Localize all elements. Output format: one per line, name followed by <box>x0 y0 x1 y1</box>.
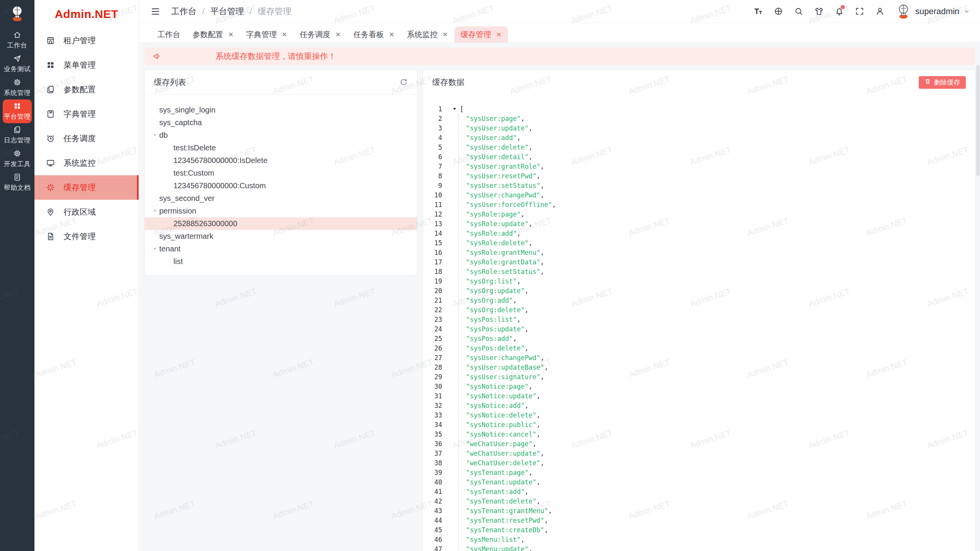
page-scrollbar[interactable] <box>976 44 980 551</box>
tab-任务看板[interactable]: 任务看板 <box>347 26 401 42</box>
json-line: 17"sysRole:grantData", <box>423 257 975 267</box>
sidebar-item-platform-manage[interactable]: 平台管理 <box>3 99 32 123</box>
json-value-row: "sysPos:list", <box>442 316 521 323</box>
menu-item-label: 字典管理 <box>64 109 96 119</box>
json-line: 36"weChatUser:page", <box>423 439 975 448</box>
tree-node[interactable]: sys_captcha <box>145 116 417 129</box>
tree-node[interactable]: sys_wartermark <box>145 230 417 243</box>
line-number: 7 <box>423 163 442 170</box>
close-icon[interactable] <box>442 31 448 37</box>
sidebar-item-workbench[interactable]: 工作台 <box>3 28 32 52</box>
json-string: "sysRole:add" <box>466 230 517 237</box>
sidebar-item-log-manage[interactable]: 日志管理 <box>3 123 32 147</box>
tree-node[interactable]: sys_second_ver <box>145 192 417 205</box>
menu-item-dict-manage[interactable]: 字典管理 <box>34 102 139 126</box>
search-button[interactable] <box>791 4 806 19</box>
monitor-icon <box>46 158 55 168</box>
tree-node[interactable]: tenant <box>145 243 417 255</box>
menu-collapse-button[interactable] <box>149 5 162 18</box>
caret-down-icon[interactable] <box>150 133 159 138</box>
json-string: "sysNotice:delete" <box>466 411 536 419</box>
menu-item-cache-manage[interactable]: 缓存管理 <box>34 175 139 200</box>
tab-系统监控[interactable]: 系统监控 <box>401 26 454 42</box>
json-comma: , <box>529 220 532 228</box>
tree-node[interactable]: list <box>145 255 417 268</box>
app-logo[interactable] <box>0 0 34 28</box>
tab-label: 缓存管理 <box>461 29 491 40</box>
sidebar-item-label: 系统管理 <box>4 88 31 97</box>
tab-字典管理[interactable]: 字典管理 <box>240 26 294 42</box>
line-number: 24 <box>423 325 442 333</box>
json-line: 41"sysTenant:add", <box>423 487 975 496</box>
fullscreen-button[interactable] <box>852 4 867 19</box>
menu-item-system-monitor[interactable]: 系统监控 <box>34 151 139 175</box>
menu-item-task-schedule[interactable]: 任务调度 <box>34 126 139 151</box>
tree-node[interactable]: test:IsDelete <box>145 142 417 154</box>
tree-node[interactable]: test:Custom <box>145 167 417 179</box>
tree-node[interactable]: 252885263000000 <box>145 217 417 230</box>
sidebar-item-system-manage[interactable]: 系统管理 <box>3 76 32 99</box>
line-number: 30 <box>423 383 442 390</box>
menu-item-file-manage[interactable]: 文件管理 <box>34 224 139 249</box>
json-line: 28"sysUser:updateBase", <box>423 362 975 372</box>
json-string: "sysPos:update" <box>466 325 525 333</box>
tab-任务调度[interactable]: 任务调度 <box>294 26 347 42</box>
tab-参数配置[interactable]: 参数配置 <box>186 26 240 42</box>
json-string: "sysRole:setStatus" <box>466 268 540 276</box>
line-number: 34 <box>423 421 442 429</box>
sidebar-item-dev-tools[interactable]: 开发工具 <box>3 147 32 171</box>
close-icon[interactable] <box>496 31 502 37</box>
caret-down-icon[interactable] <box>452 106 457 111</box>
line-number: 45 <box>423 526 442 534</box>
tree-node[interactable]: sys_single_login <box>145 104 417 116</box>
tree-node-label: 252885263000000 <box>173 219 237 228</box>
sidebar-item-business-test[interactable]: 业务测试 <box>3 52 32 76</box>
json-comma: , <box>513 335 517 342</box>
json-value-row: "sysOrg:list", <box>442 277 521 285</box>
json-string: "sysOrg:list" <box>466 277 517 285</box>
close-icon[interactable] <box>335 31 341 37</box>
json-viewer[interactable]: 1[2"sysUser:page",3"sysUser:update",4"sy… <box>423 95 975 551</box>
tree-node[interactable]: db <box>145 129 417 142</box>
tree-node-label: sys_single_login <box>159 106 216 114</box>
close-icon[interactable] <box>228 31 234 37</box>
json-line: 8"sysUser:resetPwd", <box>423 171 975 181</box>
sidebar-item-help-docs[interactable]: 帮助文档 <box>3 171 32 194</box>
json-value-row: "sysNotice:delete", <box>442 411 540 419</box>
line-number: 21 <box>423 297 442 304</box>
menu-item-admin-region[interactable]: 行政区域 <box>34 200 139 224</box>
close-icon[interactable] <box>389 31 395 37</box>
language-button[interactable] <box>771 4 786 19</box>
json-comma: , <box>544 517 548 524</box>
theme-button[interactable] <box>811 4 826 19</box>
breadcrumb-item[interactable]: 平台管理 <box>210 6 244 17</box>
json-comma: , <box>540 249 544 256</box>
tree-node[interactable]: 123456780000000:IsDelete <box>145 154 417 167</box>
tree-node[interactable]: permission <box>145 205 417 217</box>
tree-node[interactable]: 123456780000000:Custom <box>145 179 417 192</box>
caret-down-icon[interactable] <box>150 209 159 214</box>
line-number: 15 <box>423 239 442 247</box>
menu-item-tenant-manage[interactable]: 租户管理 <box>34 28 139 53</box>
delete-cache-button[interactable]: 删除缓存 <box>919 76 966 89</box>
refresh-icon[interactable] <box>400 78 408 86</box>
font-size-button[interactable] <box>750 4 766 19</box>
json-string: "sysTenant:createDb" <box>466 526 544 534</box>
close-icon[interactable] <box>281 31 287 37</box>
tab-缓存管理[interactable]: 缓存管理 <box>454 26 508 42</box>
tab-工作台[interactable]: 工作台 <box>151 26 186 42</box>
search-icon <box>794 7 804 16</box>
json-root-row[interactable]: [ <box>442 105 464 113</box>
menu-item-param-config[interactable]: 参数配置 <box>34 77 139 102</box>
json-comma: , <box>525 402 529 409</box>
breadcrumb-item[interactable]: 工作台 <box>171 6 196 17</box>
json-comma: , <box>544 364 548 371</box>
scrollbar-thumb[interactable] <box>976 65 980 176</box>
json-line: 46"sysMenu:list", <box>423 535 975 544</box>
caret-down-icon[interactable] <box>150 246 159 251</box>
user-menu[interactable]: superadmin <box>895 3 970 20</box>
notifications-button[interactable] <box>831 4 847 19</box>
line-number: 14 <box>423 230 442 237</box>
menu-item-menu-manage[interactable]: 菜单管理 <box>34 53 139 77</box>
profile-button[interactable] <box>872 4 887 19</box>
